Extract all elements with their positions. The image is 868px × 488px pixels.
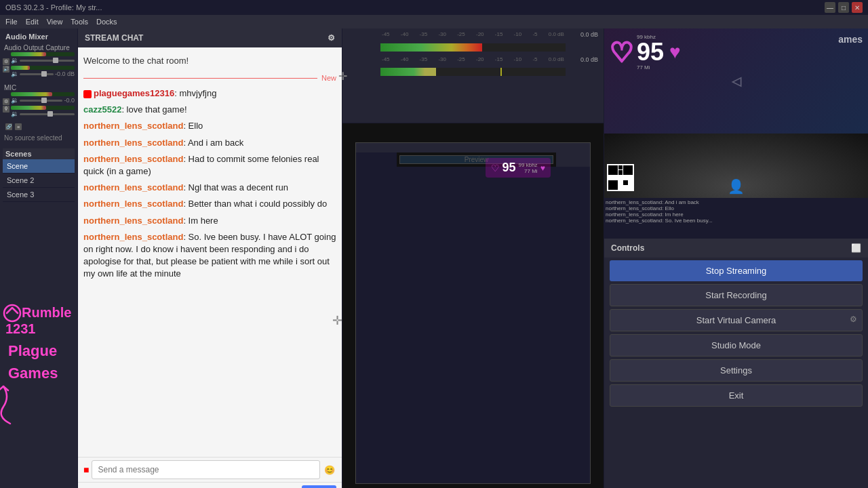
close-button[interactable]: ✕ [852, 2, 863, 13]
db-tick-2: -5 [532, 56, 537, 64]
title-bar-controls[interactable]: — □ ✕ [825, 2, 863, 13]
chat-username: northern_lens_scotland [83, 216, 183, 226]
chat-message: northern_lens_scotland: Im here [83, 215, 336, 227]
maximize-button[interactable]: □ [838, 2, 849, 13]
scenes-title: Scenes [3, 148, 75, 159]
chat-message: plaguegames12316: mhvjyfjng [83, 87, 336, 100]
mic-meter-bar-2 [11, 106, 75, 110]
fader-icon: 🔉 [11, 57, 18, 64]
mic-fader-track[interactable] [20, 100, 62, 102]
vol-right-2: 0.0 dB [564, 56, 598, 64]
chat-settings-icon[interactable]: ⚙ [328, 33, 335, 43]
db-tick-label: -15 [495, 31, 503, 39]
title-bar: OBS 30.2.3 - Profile: My str... — □ ✕ [0, 0, 868, 15]
chat-text: : love that game! [121, 104, 186, 115]
studio-mode-button[interactable]: Studio Mode [610, 334, 863, 357]
db-tick-label: -30 [438, 31, 446, 39]
mic-db-label: -0.0 [64, 97, 75, 104]
menu-bar: File Edit View Tools Docks [0, 15, 868, 28]
db-tick-label: -25 [457, 31, 465, 39]
db-tick-label: -10 [514, 31, 522, 39]
mic-fader-track-2[interactable] [20, 113, 75, 115]
fader-track-2[interactable] [20, 73, 54, 75]
controls-expand-icon[interactable]: ⬜ [851, 243, 861, 253]
chat-message-input[interactable] [92, 460, 320, 479]
db-track-2: -45 -40 -35 -30 -25 -20 -15 -10 -5 0.0 d… [382, 56, 564, 64]
audio-output-label: Audio Output Capture [3, 43, 75, 52]
chat-message: northern_lens_scotland: And i am back [83, 137, 336, 149]
db-tick-label: -45 [382, 31, 390, 39]
menu-file[interactable]: File [5, 18, 18, 26]
menu-tools[interactable]: Tools [71, 18, 88, 26]
menu-docks[interactable]: Docks [96, 18, 117, 26]
meter-db-track: -45 -40 -35 -30 -25 -20 -15 -10 -5 0.0 d… [382, 31, 564, 39]
mic-track: MIC ⚙ 🎙 🔉 -0.0 [3, 83, 75, 118]
chat-text: : Better than what i could possibly do [183, 199, 327, 209]
stop-streaming-button[interactable]: Stop Streaming [610, 260, 863, 281]
audio-meter-fill-2 [11, 66, 30, 70]
chat-send-button[interactable]: Chat [302, 485, 336, 488]
chat-text: : mhvjyfjng [174, 88, 216, 98]
audio-meter-fill [11, 52, 46, 56]
sources-section: 🔗 ≡ [3, 121, 75, 133]
preview-area: ♡ 95 99 kbhz77 Mi ♥ Preview ✛ [342, 123, 604, 488]
audio-settings-icon[interactable]: ⚙ [3, 58, 9, 65]
controls-panel: ♡ 99 kbhz 95 77 Mi ♥ ames ◁ 👤 [604, 28, 868, 488]
settings-button[interactable]: Settings [610, 359, 863, 382]
controls-header: Controls ⬜ [604, 239, 868, 258]
chat-message: northern_lens_scotland: Had to commit so… [83, 153, 336, 178]
scene-item-2[interactable]: Scene 2 [3, 174, 75, 188]
meter-numbers-row: -45 -40 -35 -30 -25 -20 -15 -10 -5 0.0 d… [345, 31, 601, 39]
db-tick-label: 0.0 dB [549, 31, 564, 39]
scene-item-1[interactable]: Scene [3, 159, 75, 174]
new-divider-line [83, 78, 317, 79]
audio-meter-bar [11, 52, 75, 56]
mic-fader-row-2: 🔉 [11, 110, 75, 118]
db-tick-label: -40 [401, 31, 409, 39]
chat-input-area: ■ 😊 [78, 457, 342, 482]
chat-text: : Ello [183, 121, 203, 131]
preview-crosshair[interactable]: ✛ [332, 313, 342, 328]
chat-emoji-icon[interactable]: 😊 [323, 463, 336, 476]
db-tick-2: -20 [476, 56, 484, 64]
db-tick-2: -15 [495, 56, 503, 64]
game-title-overlay: ames [838, 34, 863, 45]
mic-mute-icon[interactable]: 🎙 [3, 106, 9, 113]
db-tick-2: -35 [420, 56, 428, 64]
new-divider-label: New [321, 74, 336, 82]
fader-thumb-2[interactable] [41, 71, 47, 77]
menu-edit[interactable]: Edit [26, 18, 39, 26]
audio-mute-icon[interactable]: 🔊 [3, 66, 9, 73]
mic-icons: ⚙ 🎙 [3, 98, 9, 113]
right-mini-preview: ♡ 99 kbhz 95 77 Mi ♥ ames ◁ 👤 [604, 28, 868, 239]
minimize-button[interactable]: — [825, 2, 835, 13]
start-recording-button[interactable]: Start Recording [610, 284, 863, 306]
meter-numbers-row-2: -45 -40 -35 -30 -25 -20 -15 -10 -5 0.0 d… [345, 56, 601, 64]
chat-header: STREAM CHAT ⚙ [78, 28, 342, 47]
start-virtual-camera-button[interactable]: Start Virtual Camera [610, 309, 863, 331]
scene-item-3[interactable]: Scene 3 [3, 188, 75, 202]
left-panel: Audio Mixer Audio Output Capture ⚙ 🔊 🔉 [0, 28, 78, 488]
mic-meter-fill [11, 92, 52, 96]
qr-code [607, 164, 634, 191]
source-menu-icon[interactable]: ≡ [15, 123, 22, 130]
full-meter-2 [380, 68, 566, 76]
resize-handle[interactable]: ✛ [338, 69, 347, 82]
exit-button[interactable]: Exit [610, 384, 863, 407]
db-tick-2: -40 [401, 56, 409, 64]
virtual-cam-settings-icon[interactable]: ⚙ [850, 314, 857, 324]
chat-username: northern_lens_scotland [83, 121, 183, 131]
fader-thumb[interactable] [53, 58, 58, 63]
mic-fader-thumb[interactable] [41, 98, 47, 103]
mic-settings-icon[interactable]: ⚙ [3, 98, 9, 105]
audio-output-track: Audio Output Capture ⚙ 🔊 🔉 [3, 43, 75, 78]
fader-track[interactable] [20, 60, 75, 62]
chat-welcome: Welcome to the chat room! [83, 53, 336, 71]
mic-fader-thumb-2[interactable] [47, 111, 53, 117]
chat-message: northern_lens_scotland: So. Ive been bus… [83, 231, 336, 281]
mic-meter-fill-2 [11, 106, 46, 110]
source-link-icon[interactable]: 🔗 [5, 123, 12, 130]
menu-view[interactable]: View [47, 18, 63, 26]
main-layout: Audio Mixer Audio Output Capture ⚙ 🔊 🔉 [0, 28, 868, 488]
meter-label-2 [348, 56, 382, 64]
